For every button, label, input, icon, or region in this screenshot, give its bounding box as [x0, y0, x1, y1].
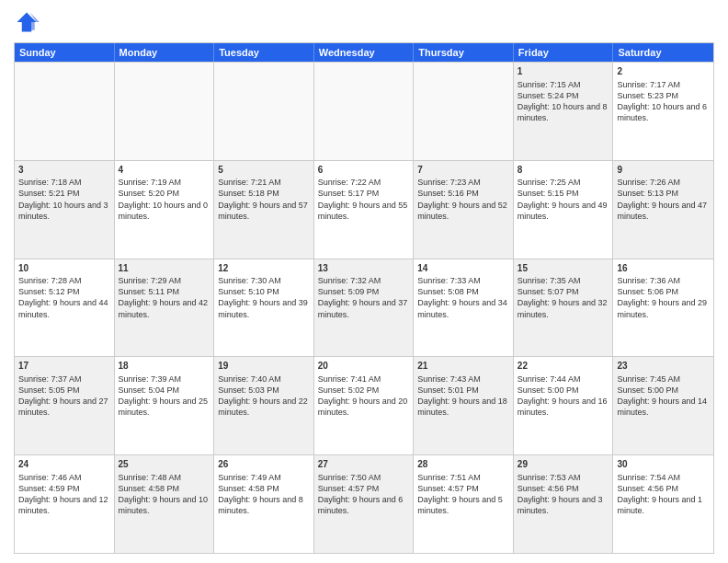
calendar-cell: 30Sunrise: 7:54 AM Sunset: 4:56 PM Dayli… — [613, 455, 713, 553]
calendar-header-friday: Friday — [514, 43, 614, 62]
calendar-cell: 15Sunrise: 7:35 AM Sunset: 5:07 PM Dayli… — [514, 259, 614, 357]
calendar-cell: 7Sunrise: 7:23 AM Sunset: 5:16 PM Daylig… — [414, 161, 514, 259]
calendar-header-sunday: Sunday — [15, 43, 115, 62]
day-number: 2 — [617, 65, 710, 78]
calendar-cell — [15, 63, 115, 160]
day-info: Sunrise: 7:26 AM Sunset: 5:13 PM Dayligh… — [617, 178, 707, 220]
day-info: Sunrise: 7:53 AM Sunset: 4:56 PM Dayligh… — [518, 473, 603, 515]
day-info: Sunrise: 7:51 AM Sunset: 4:57 PM Dayligh… — [417, 473, 503, 515]
day-info: Sunrise: 7:32 AM Sunset: 5:09 PM Dayligh… — [318, 276, 408, 318]
day-info: Sunrise: 7:48 AM Sunset: 4:58 PM Dayligh… — [119, 473, 209, 515]
day-number: 29 — [518, 458, 609, 471]
day-number: 13 — [318, 262, 410, 275]
day-info: Sunrise: 7:15 AM Sunset: 5:24 PM Dayligh… — [518, 80, 608, 122]
day-info: Sunrise: 7:41 AM Sunset: 5:02 PM Dayligh… — [318, 374, 408, 417]
day-number: 1 — [518, 65, 609, 78]
day-number: 9 — [617, 164, 710, 177]
day-number: 30 — [617, 458, 710, 471]
calendar-cell: 23Sunrise: 7:45 AM Sunset: 5:00 PM Dayli… — [613, 357, 713, 454]
day-number: 21 — [417, 360, 509, 373]
calendar-row-3: 17Sunrise: 7:37 AM Sunset: 5:05 PM Dayli… — [15, 356, 713, 454]
calendar-cell — [314, 63, 415, 160]
calendar-cell: 27Sunrise: 7:50 AM Sunset: 4:57 PM Dayli… — [314, 455, 415, 553]
day-info: Sunrise: 7:54 AM Sunset: 4:56 PM Dayligh… — [617, 473, 702, 515]
day-number: 14 — [417, 262, 509, 275]
day-number: 25 — [119, 458, 210, 471]
calendar-cell: 18Sunrise: 7:39 AM Sunset: 5:04 PM Dayli… — [115, 357, 215, 454]
calendar-cell: 2Sunrise: 7:17 AM Sunset: 5:23 PM Daylig… — [613, 63, 713, 160]
calendar-cell: 5Sunrise: 7:21 AM Sunset: 5:18 PM Daylig… — [214, 161, 314, 259]
calendar-header: SundayMondayTuesdayWednesdayThursdayFrid… — [15, 43, 713, 62]
day-number: 15 — [518, 262, 609, 275]
calendar-row-2: 10Sunrise: 7:28 AM Sunset: 5:12 PM Dayli… — [15, 259, 713, 357]
day-number: 18 — [119, 360, 210, 373]
day-info: Sunrise: 7:40 AM Sunset: 5:03 PM Dayligh… — [218, 374, 308, 417]
calendar-cell: 25Sunrise: 7:48 AM Sunset: 4:58 PM Dayli… — [115, 455, 215, 553]
calendar: SundayMondayTuesdayWednesdayThursdayFrid… — [14, 42, 714, 554]
calendar-cell: 19Sunrise: 7:40 AM Sunset: 5:03 PM Dayli… — [214, 357, 314, 454]
day-info: Sunrise: 7:44 AM Sunset: 5:00 PM Dayligh… — [518, 374, 608, 417]
day-info: Sunrise: 7:28 AM Sunset: 5:12 PM Dayligh… — [18, 276, 108, 318]
calendar-cell: 20Sunrise: 7:41 AM Sunset: 5:02 PM Dayli… — [314, 357, 415, 454]
calendar-cell — [115, 63, 215, 160]
calendar-body: 1Sunrise: 7:15 AM Sunset: 5:24 PM Daylig… — [15, 62, 713, 553]
calendar-cell: 14Sunrise: 7:33 AM Sunset: 5:08 PM Dayli… — [414, 259, 514, 357]
calendar-cell: 4Sunrise: 7:19 AM Sunset: 5:20 PM Daylig… — [115, 161, 215, 259]
day-number: 17 — [18, 360, 110, 373]
day-number: 12 — [218, 262, 310, 275]
day-number: 27 — [318, 458, 410, 471]
calendar-cell: 13Sunrise: 7:32 AM Sunset: 5:09 PM Dayli… — [314, 259, 415, 357]
day-info: Sunrise: 7:21 AM Sunset: 5:18 PM Dayligh… — [218, 178, 308, 220]
calendar-header-wednesday: Wednesday — [314, 43, 415, 62]
day-number: 11 — [119, 262, 210, 275]
calendar-cell — [214, 63, 314, 160]
day-info: Sunrise: 7:30 AM Sunset: 5:10 PM Dayligh… — [218, 276, 308, 318]
calendar-cell: 1Sunrise: 7:15 AM Sunset: 5:24 PM Daylig… — [514, 63, 614, 160]
day-number: 5 — [218, 164, 310, 177]
calendar-cell: 21Sunrise: 7:43 AM Sunset: 5:01 PM Dayli… — [414, 357, 514, 454]
calendar-cell: 6Sunrise: 7:22 AM Sunset: 5:17 PM Daylig… — [314, 161, 415, 259]
day-info: Sunrise: 7:35 AM Sunset: 5:07 PM Dayligh… — [518, 276, 608, 318]
calendar-header-tuesday: Tuesday — [214, 43, 314, 62]
day-number: 20 — [318, 360, 410, 373]
day-number: 24 — [18, 458, 110, 471]
day-number: 8 — [518, 164, 609, 177]
calendar-cell: 12Sunrise: 7:30 AM Sunset: 5:10 PM Dayli… — [214, 259, 314, 357]
day-number: 4 — [119, 164, 210, 177]
day-number: 3 — [18, 164, 110, 177]
calendar-cell: 10Sunrise: 7:28 AM Sunset: 5:12 PM Dayli… — [15, 259, 115, 357]
calendar-row-0: 1Sunrise: 7:15 AM Sunset: 5:24 PM Daylig… — [15, 62, 713, 160]
calendar-cell: 29Sunrise: 7:53 AM Sunset: 4:56 PM Dayli… — [514, 455, 614, 553]
calendar-header-saturday: Saturday — [613, 43, 713, 62]
calendar-cell: 16Sunrise: 7:36 AM Sunset: 5:06 PM Dayli… — [613, 259, 713, 357]
day-number: 28 — [417, 458, 509, 471]
page-header — [14, 9, 714, 35]
day-info: Sunrise: 7:37 AM Sunset: 5:05 PM Dayligh… — [18, 374, 108, 417]
calendar-row-4: 24Sunrise: 7:46 AM Sunset: 4:59 PM Dayli… — [15, 454, 713, 553]
day-number: 6 — [318, 164, 410, 177]
calendar-cell: 8Sunrise: 7:25 AM Sunset: 5:15 PM Daylig… — [514, 161, 614, 259]
calendar-cell: 28Sunrise: 7:51 AM Sunset: 4:57 PM Dayli… — [414, 455, 514, 553]
day-info: Sunrise: 7:22 AM Sunset: 5:17 PM Dayligh… — [318, 178, 408, 220]
day-info: Sunrise: 7:36 AM Sunset: 5:06 PM Dayligh… — [617, 276, 707, 318]
day-info: Sunrise: 7:43 AM Sunset: 5:01 PM Dayligh… — [417, 374, 507, 417]
day-info: Sunrise: 7:50 AM Sunset: 4:57 PM Dayligh… — [318, 473, 404, 515]
day-info: Sunrise: 7:25 AM Sunset: 5:15 PM Dayligh… — [518, 178, 608, 220]
day-info: Sunrise: 7:49 AM Sunset: 4:58 PM Dayligh… — [218, 473, 303, 515]
logo-icon — [14, 9, 40, 35]
calendar-cell: 17Sunrise: 7:37 AM Sunset: 5:05 PM Dayli… — [15, 357, 115, 454]
day-info: Sunrise: 7:45 AM Sunset: 5:00 PM Dayligh… — [617, 374, 707, 417]
day-number: 23 — [617, 360, 710, 373]
calendar-cell — [414, 63, 514, 160]
calendar-cell: 26Sunrise: 7:49 AM Sunset: 4:58 PM Dayli… — [214, 455, 314, 553]
day-info: Sunrise: 7:23 AM Sunset: 5:16 PM Dayligh… — [417, 178, 507, 220]
day-info: Sunrise: 7:18 AM Sunset: 5:21 PM Dayligh… — [18, 178, 108, 220]
calendar-header-thursday: Thursday — [414, 43, 514, 62]
day-number: 19 — [218, 360, 310, 373]
calendar-cell: 24Sunrise: 7:46 AM Sunset: 4:59 PM Dayli… — [15, 455, 115, 553]
day-number: 22 — [518, 360, 609, 373]
calendar-row-1: 3Sunrise: 7:18 AM Sunset: 5:21 PM Daylig… — [15, 160, 713, 259]
calendar-header-monday: Monday — [115, 43, 215, 62]
day-number: 26 — [218, 458, 310, 471]
day-info: Sunrise: 7:46 AM Sunset: 4:59 PM Dayligh… — [18, 473, 108, 515]
